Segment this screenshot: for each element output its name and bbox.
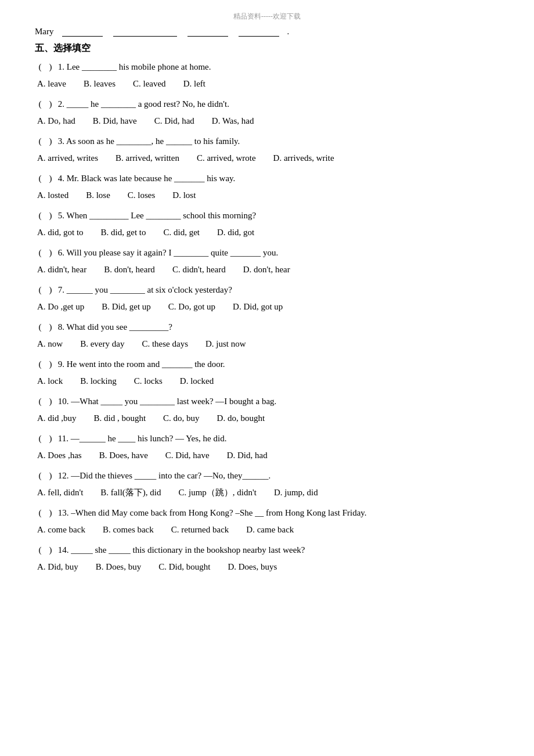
option-q6-1: B. don't, heard xyxy=(104,262,155,278)
options-row-q1: A. leaveB. leavesC. leavedD. left xyxy=(37,76,499,92)
question-number-q4: 4. xyxy=(56,174,67,183)
option-q7-2: C. Do, got up xyxy=(168,299,215,315)
option-q6-0: A. didn't, hear xyxy=(37,262,86,278)
option-q3-1: B. arrived, written xyxy=(116,150,179,166)
option-q4-1: B. lose xyxy=(86,188,110,203)
option-q2-2: C. Did, had xyxy=(154,113,194,129)
paren-close-q7: ) xyxy=(45,282,56,298)
question-block-q12: () 12. —Did the thieves _____ into the c… xyxy=(35,468,499,501)
question-text-q4: () 4. Mr. Black was late because he ____… xyxy=(35,171,499,186)
option-q7-0: A. Do ,get up xyxy=(37,299,84,315)
option-q12-3: D. jump, did xyxy=(274,485,318,501)
options-row-q13: A. come backB. comes backC. returned bac… xyxy=(37,522,499,538)
paren-close-q12: ) xyxy=(45,468,56,484)
options-row-q8: A. nowB. every dayC. these daysD. just n… xyxy=(37,336,499,352)
question-number-q9: 9. xyxy=(56,359,67,369)
question-number-q2: 2. xyxy=(56,99,67,109)
option-q8-1: B. every day xyxy=(80,336,124,352)
paren-open-q7: ( xyxy=(35,282,45,298)
option-q5-1: B. did, get to xyxy=(101,225,146,240)
option-q14-0: A. Did, buy xyxy=(37,559,78,575)
question-block-q9: () 9. He went into the room and _______ … xyxy=(35,357,499,389)
option-q14-2: C. Did, bought xyxy=(158,559,210,575)
question-body-q10: —What _____ you ________ last week? —I b… xyxy=(71,397,276,406)
option-q1-3: D. left xyxy=(183,76,205,92)
option-q14-1: B. Does, buy xyxy=(96,559,141,575)
options-row-q11: A. Does ,hasB. Does, haveC. Did, haveD. … xyxy=(37,448,499,463)
question-block-q5: () 5. When _________ Lee ________ school… xyxy=(35,208,499,240)
question-text-q8: () 8. What did you see _________? xyxy=(35,319,499,335)
paren-open-q10: ( xyxy=(35,394,45,409)
question-text-q6: () 6. Will you please say it again? I __… xyxy=(35,245,499,261)
question-number-q11: 11. xyxy=(56,434,71,443)
question-text-q13: () 13. –When did May come back from Hong… xyxy=(35,505,499,521)
paren-open-q3: ( xyxy=(35,134,45,149)
question-number-q1: 1. xyxy=(56,62,67,71)
paren-close-q10: ) xyxy=(45,394,56,409)
option-q8-2: C. these days xyxy=(142,336,188,352)
question-block-q1: () 1. Lee ________ his mobile phone at h… xyxy=(35,59,499,92)
question-body-q6: Will you please say it again? I ________… xyxy=(66,248,278,257)
paren-close-q13: ) xyxy=(45,505,56,521)
option-q13-1: B. comes back xyxy=(103,522,154,538)
option-q7-3: D. Did, got up xyxy=(233,299,283,315)
paren-open-q6: ( xyxy=(35,245,45,261)
question-number-q10: 10. xyxy=(56,397,71,406)
option-q13-2: C. returned back xyxy=(171,522,229,538)
option-q11-3: D. Did, had xyxy=(227,448,268,463)
option-q8-3: D. just now xyxy=(205,336,246,352)
question-body-q14: _____ she _____ this dictionary in the b… xyxy=(71,545,305,555)
option-q10-0: A. did ,buy xyxy=(37,411,77,426)
option-q2-3: D. Was, had xyxy=(212,113,254,129)
header-line: Mary . xyxy=(35,26,499,37)
header-blank-1 xyxy=(62,26,103,37)
options-row-q6: A. didn't, hearB. don't, heardC. didn't,… xyxy=(37,262,499,278)
options-row-q10: A. did ,buyB. did , boughtC. do, buyD. d… xyxy=(37,411,499,426)
option-q2-0: A. Do, had xyxy=(37,113,75,129)
option-q6-2: C. didn't, heard xyxy=(172,262,226,278)
paren-open-q12: ( xyxy=(35,468,45,484)
question-number-q14: 14. xyxy=(56,545,71,555)
option-q5-3: D. did, got xyxy=(217,225,254,240)
option-q1-2: C. leaved xyxy=(133,76,166,92)
question-number-q6: 6. xyxy=(56,248,66,257)
paren-close-q11: ) xyxy=(45,431,56,447)
question-body-q1: Lee ________ his mobile phone at home. xyxy=(67,62,211,71)
question-text-q14: () 14. _____ she _____ this dictionary i… xyxy=(35,542,499,558)
paren-close-q2: ) xyxy=(45,96,56,112)
option-q11-1: B. Does, have xyxy=(99,448,148,463)
question-number-q12: 12. xyxy=(56,471,71,480)
paren-open-q2: ( xyxy=(35,96,45,112)
question-block-q8: () 8. What did you see _________?A. nowB… xyxy=(35,319,499,352)
option-q10-1: B. did , bought xyxy=(94,411,146,426)
paren-close-q14: ) xyxy=(45,542,56,558)
question-block-q10: () 10. —What _____ you ________ last wee… xyxy=(35,394,499,426)
options-row-q14: A. Did, buyB. Does, buyC. Did, boughtD. … xyxy=(37,559,499,575)
question-text-q10: () 10. —What _____ you ________ last wee… xyxy=(35,394,499,409)
paren-open-q14: ( xyxy=(35,542,45,558)
option-q4-0: A. losted xyxy=(37,188,68,203)
option-q6-3: D. don't, hear xyxy=(243,262,290,278)
paren-open-q4: ( xyxy=(35,171,45,186)
option-q8-0: A. now xyxy=(37,336,63,352)
option-q13-3: D. came back xyxy=(246,522,294,538)
options-row-q2: A. Do, hadB. Did, haveC. Did, hadD. Was,… xyxy=(37,113,499,129)
question-body-q13: –When did May come back from Hong Kong? … xyxy=(71,508,366,517)
paren-close-q1: ) xyxy=(45,59,56,75)
question-text-q12: () 12. —Did the thieves _____ into the c… xyxy=(35,468,499,484)
question-block-q3: () 3. As soon as he ________, he ______ … xyxy=(35,134,499,166)
option-q1-0: A. leave xyxy=(37,76,66,92)
question-block-q11: () 11. —______ he ____ his lunch? — Yes,… xyxy=(35,431,499,463)
question-number-q8: 8. xyxy=(56,322,66,332)
question-text-q11: () 11. —______ he ____ his lunch? — Yes,… xyxy=(35,431,499,447)
option-q12-2: C. jump（跳）, didn't xyxy=(179,485,257,501)
option-q1-1: B. leaves xyxy=(84,76,116,92)
paren-open-q8: ( xyxy=(35,319,45,335)
option-q10-3: D. do, bought xyxy=(217,411,265,426)
question-number-q3: 3. xyxy=(56,136,66,146)
option-q4-3: D. lost xyxy=(172,188,196,203)
question-text-q3: () 3. As soon as he ________, he ______ … xyxy=(35,134,499,149)
question-body-q8: What did you see _________? xyxy=(66,322,172,332)
option-q3-3: D. arriveds, write xyxy=(273,150,334,166)
paren-open-q1: ( xyxy=(35,59,45,75)
